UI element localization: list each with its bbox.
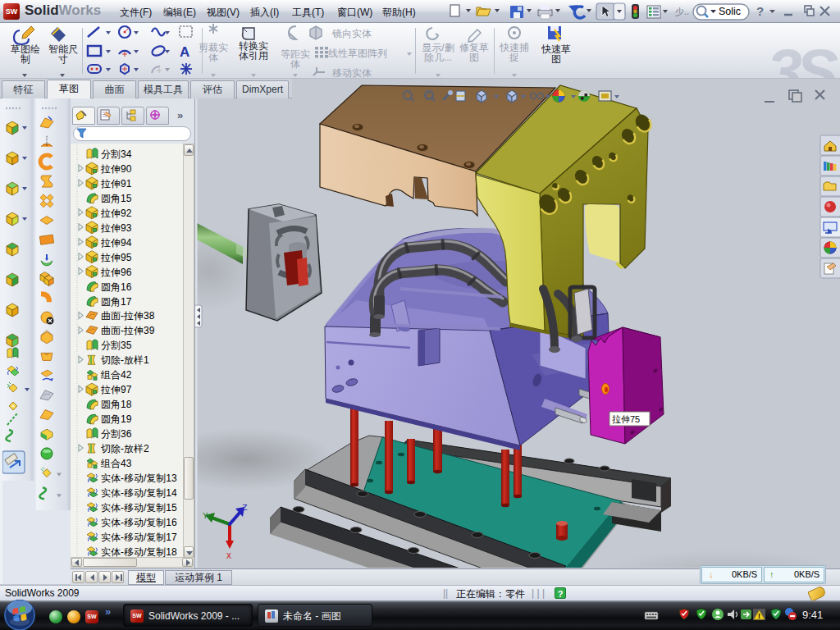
svg-text:拉伸96: 拉伸96	[100, 267, 132, 278]
svg-text:曲面-拉伸39: 曲面-拉伸39	[101, 325, 155, 336]
svg-text:拉伸93: 拉伸93	[100, 222, 132, 234]
svg-text:实体-移动/复制16: 实体-移动/复制16	[101, 517, 177, 528]
svg-text:Solic: Solic	[719, 6, 741, 17]
svg-text:Y: Y	[203, 511, 208, 521]
svg-text:少..: 少..	[675, 7, 689, 16]
svg-text:圆角18: 圆角18	[101, 399, 132, 410]
svg-text:实体-移动/复制13: 实体-移动/复制13	[101, 472, 177, 484]
svg-text:拉伸75: 拉伸75	[612, 414, 640, 424]
svg-text:!: !	[758, 612, 760, 620]
svg-text:圆角16: 圆角16	[101, 281, 132, 293]
svg-text:拉伸90: 拉伸90	[100, 163, 132, 175]
svg-text:实体-移动/复制18: 实体-移动/复制18	[101, 546, 177, 558]
svg-text:组合42: 组合42	[100, 369, 132, 381]
svg-text:?: ?	[756, 4, 764, 18]
svg-text:分割34: 分割34	[101, 148, 132, 160]
svg-text:分割36: 分割36	[101, 428, 132, 440]
svg-text:分割35: 分割35	[101, 340, 132, 351]
svg-text:9:41: 9:41	[802, 609, 823, 621]
svg-text:拉伸91: 拉伸91	[100, 178, 132, 189]
svg-text:Z: Z	[242, 503, 248, 513]
svg-text:实体-移动/复制15: 实体-移动/复制15	[101, 502, 177, 514]
svg-text:实体-移动/复制14: 实体-移动/复制14	[101, 487, 177, 499]
svg-text:实体-移动/复制17: 实体-移动/复制17	[101, 532, 177, 543]
svg-text:拉伸92: 拉伸92	[100, 208, 132, 219]
svg-text:拉伸97: 拉伸97	[100, 384, 132, 395]
svg-text:拉伸94: 拉伸94	[100, 237, 132, 249]
svg-text:组合43: 组合43	[100, 458, 132, 469]
svg-text:圆角15: 圆角15	[101, 193, 132, 204]
svg-text:圆角19: 圆角19	[101, 413, 132, 425]
svg-text:切除-放样1: 切除-放样1	[100, 354, 149, 366]
svg-text:切除-放样2: 切除-放样2	[100, 443, 149, 454]
svg-text:X: X	[226, 552, 231, 561]
svg-text:圆角17: 圆角17	[101, 296, 132, 308]
svg-text:拉伸95: 拉伸95	[100, 252, 132, 263]
svg-text:曲面-拉伸38: 曲面-拉伸38	[101, 310, 155, 322]
